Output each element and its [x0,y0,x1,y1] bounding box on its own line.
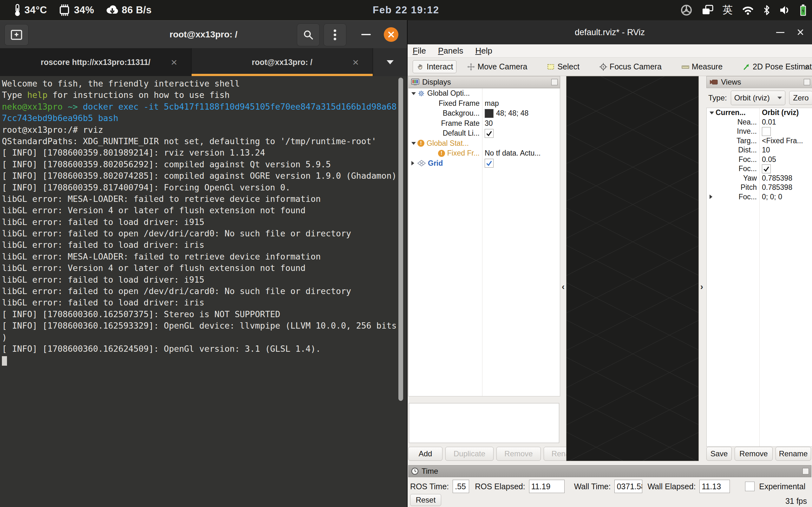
expand-triangle-icon[interactable] [710,194,712,199]
property-value[interactable]: 0.785398 [762,174,792,182]
terminal-output-area[interactable]: Welcome to fish, the friendly interactiv… [0,76,407,507]
clock[interactable]: Feb 22 19:12 [373,0,439,20]
save-view-button[interactable]: Save [706,447,732,461]
color-swatch[interactable] [485,109,494,118]
displays-panel-header[interactable]: Displays [408,76,560,88]
property-value[interactable]: 0.01 [762,118,776,126]
close-button[interactable] [794,25,808,39]
tab-list-dropdown-button[interactable] [373,48,407,76]
search-button[interactable] [297,23,320,46]
property-row-targ[interactable]: Targ...<Fixed Fra... [707,136,812,146]
views-panel-header[interactable]: Views [706,76,812,88]
displays-property-tree[interactable]: Global Opti...Fixed FramemapBackgrou...4… [408,88,560,396]
views-property-tree[interactable]: Curren...Orbit (rviz)Nea...0.01Inve...Ta… [706,108,812,447]
wall-elapsed-field[interactable]: 11.13 [699,480,730,493]
panel-float-button[interactable] [551,79,558,85]
checkbox[interactable] [485,129,494,138]
wifi-icon[interactable] [742,5,754,15]
collapse-triangle-icon[interactable] [411,142,416,145]
property-row-global-opti[interactable]: Global Opti... [409,89,560,99]
close-button[interactable] [384,27,398,42]
checkbox[interactable] [762,164,771,173]
minimize-button[interactable] [356,20,376,49]
property-value[interactable]: 30 [485,119,493,128]
property-row-default-li[interactable]: Default Li... [409,128,560,138]
property-name: Targ... [737,136,757,145]
menu-file[interactable]: File [413,46,426,56]
property-value[interactable]: map [485,99,499,108]
menu-panels[interactable]: Panels [438,46,463,56]
property-row-foc[interactable]: Foc...0; 0; 0 [707,192,812,202]
property-row-fixed-frame[interactable]: Fixed Framemap [409,99,560,109]
tool-2d-pose-estimate-button[interactable]: 2D Pose Estimate [739,60,812,73]
property-row-grid[interactable]: Grid [409,158,560,169]
duplicate-display-button[interactable]: Duplicate [445,447,494,461]
collapse-right-panel-arrow[interactable]: › [699,281,705,292]
tool-measure-button[interactable]: Measure [678,60,726,73]
property-row-backgrou[interactable]: Backgrou...48; 48; 48 [409,108,560,118]
property-row-curren[interactable]: Curren...Orbit (rviz) [707,108,812,118]
property-row-foc[interactable]: Foc... [707,164,812,174]
tool-select-button[interactable]: Select [543,60,583,73]
wall-time-field[interactable]: 0371.58 [614,480,642,493]
remove-display-button[interactable]: Remove [496,447,541,461]
minimize-button[interactable] [773,20,787,44]
property-row-dist[interactable]: Dist...10 [707,146,812,155]
window-switcher-icon[interactable] [702,5,714,15]
property-value[interactable]: 48; 48; 48 [496,109,528,118]
property-row-yaw[interactable]: Yaw0.785398 [707,174,812,183]
experimental-checkbox[interactable] [745,482,755,491]
property-value[interactable]: No tf data. Actu... [485,149,541,158]
property-row-foc[interactable]: Foc...0.05 [707,155,812,164]
new-tab-button[interactable] [4,24,29,46]
collapse-triangle-icon[interactable] [411,92,416,95]
property-value[interactable]: Orbit (rviz) [762,108,799,117]
ime-indicator[interactable]: 英 [722,3,733,17]
panel-float-button[interactable] [804,79,810,85]
rename-view-button[interactable]: Rename [775,447,811,461]
terminal-titlebar[interactable]: root@xx13pro: / [0,20,407,48]
property-row-frame-rate[interactable]: Frame Rate30 [409,118,560,129]
bluetooth-icon[interactable] [763,4,770,16]
expand-triangle-icon[interactable] [411,161,414,165]
steering-wheel-icon[interactable] [680,4,693,16]
menu-button[interactable] [323,23,346,46]
property-row-fixed-fr[interactable]: !Fixed Fr...No tf data. Actu... [409,148,560,158]
ros-time-field[interactable]: .55 [453,480,469,493]
collapse-triangle-icon[interactable] [710,112,714,114]
tool-focus-camera-button[interactable]: Focus Camera [596,60,665,73]
property-row-pitch[interactable]: Pitch0.785398 [707,183,812,192]
3d-viewport[interactable] [566,76,699,461]
remove-view-button[interactable]: Remove [734,447,773,461]
tool-move-camera-button[interactable]: Move Camera [463,60,531,73]
property-value[interactable]: 10 [762,146,770,154]
checkbox[interactable] [485,159,494,168]
reset-button[interactable]: Reset [410,494,441,506]
battery-charging-icon[interactable] [799,4,807,16]
ros-elapsed-field[interactable]: 11.19 [529,480,565,493]
property-value[interactable]: 0.785398 [762,183,792,192]
zero-button[interactable]: Zero [789,91,812,105]
panel-float-button[interactable] [803,468,809,474]
tab-root-shell[interactable]: root@xx13pro: / × [192,48,373,76]
property-value[interactable]: 0; 0; 0 [762,193,782,201]
tab-close-icon[interactable]: × [352,57,359,67]
property-row-inve[interactable]: Inve... [707,127,812,136]
add-display-button[interactable]: Add [408,447,443,461]
volume-icon[interactable] [779,5,791,15]
property-value[interactable]: 0.05 [762,155,776,164]
property-value[interactable]: <Fixed Fra... [762,136,803,145]
time-panel-header[interactable]: Time [408,465,811,477]
toolbar-overflow-chevron[interactable]: » [804,62,809,72]
menu-help[interactable]: Help [475,46,492,56]
checkbox[interactable] [762,127,771,136]
property-row-global-stat[interactable]: !Global Stat... [409,138,560,149]
property-row-nea[interactable]: Nea...0.01 [707,118,812,127]
terminal-scrollbar[interactable] [398,78,403,401]
tool-interact-button[interactable]: Interact [413,60,456,73]
collapse-left-panel-arrow[interactable]: ‹ [560,281,566,292]
tab-close-icon[interactable]: × [171,57,177,67]
rviz-titlebar[interactable]: default.rviz* - RViz [408,20,812,44]
tab-roscore[interactable]: roscore http://xx13pro:11311/ × [0,48,192,76]
view-type-combobox[interactable]: Orbit (rviz) [731,91,785,105]
